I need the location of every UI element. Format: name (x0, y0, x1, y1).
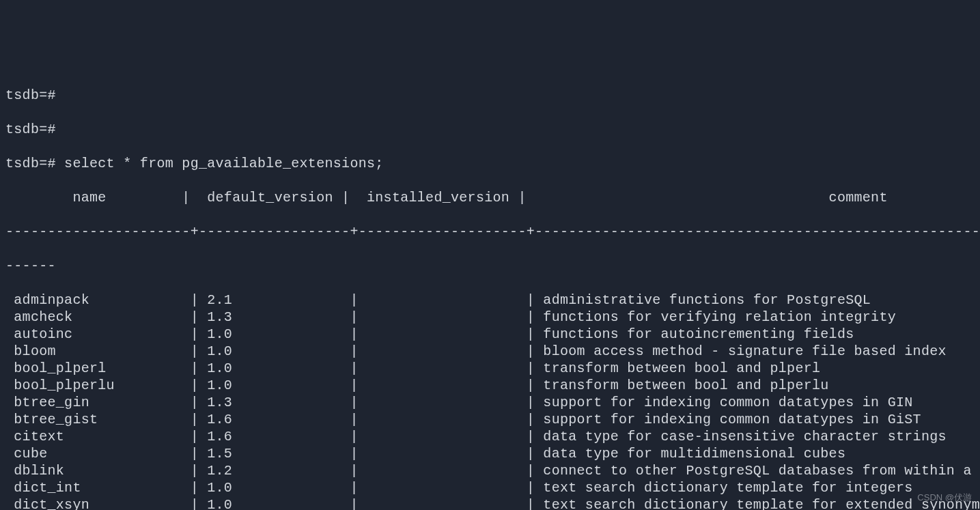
table-separator: ------ (5, 257, 975, 274)
table-row: dict_int | 1.0 | | text search dictionar… (5, 479, 975, 496)
watermark-text: CSDN @伏游 (917, 492, 972, 503)
table-row: dblink | 1.2 | | connect to other Postgr… (5, 462, 975, 479)
table-row: btree_gist | 1.6 | | support for indexin… (5, 411, 975, 428)
table-row: citext | 1.6 | | data type for case-inse… (5, 428, 975, 445)
table-row: bloom | 1.0 | | bloom access method - si… (5, 343, 975, 360)
terminal-window[interactable]: tsdb=# tsdb=# tsdb=# select * from pg_av… (5, 70, 975, 510)
table-row: cube | 1.5 | | data type for multidimens… (5, 445, 975, 462)
table-row: amcheck | 1.3 | | functions for verifyin… (5, 309, 975, 326)
table-row: autoinc | 1.0 | | functions for autoincr… (5, 326, 975, 343)
prompt-line: tsdb=# (5, 87, 975, 104)
table-row: dict_xsyn | 1.0 | | text search dictiona… (5, 496, 975, 510)
table-row: bool_plperlu | 1.0 | | transform between… (5, 377, 975, 394)
table-row: btree_gin | 1.3 | | support for indexing… (5, 394, 975, 411)
sql-query-line: tsdb=# select * from pg_available_extens… (5, 155, 975, 172)
table-row: adminpack | 2.1 | | administrative funct… (5, 292, 975, 309)
table-separator: ----------------------+-----------------… (5, 223, 975, 240)
table-row: bool_plperl | 1.0 | | transform between … (5, 360, 975, 377)
table-header-row: name | default_version | installed_versi… (5, 189, 975, 206)
prompt-line: tsdb=# (5, 121, 975, 138)
